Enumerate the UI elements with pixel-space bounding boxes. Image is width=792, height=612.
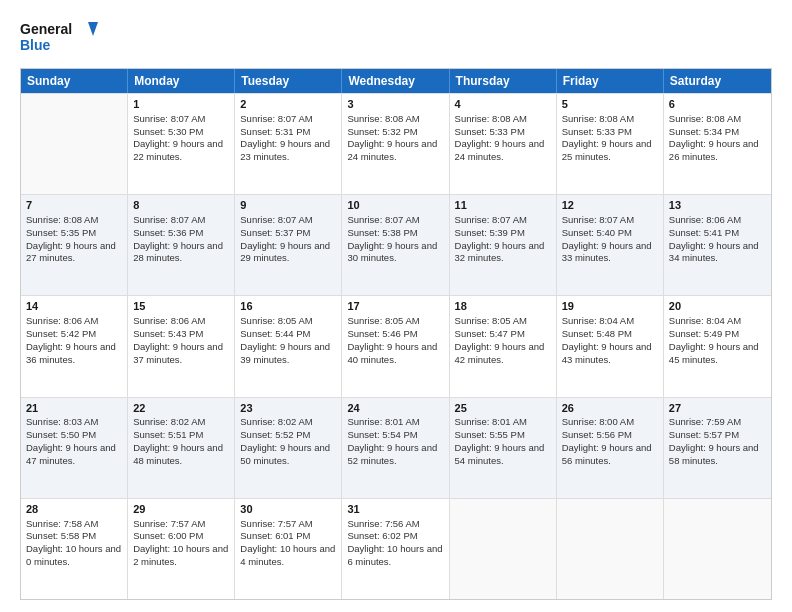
cell-daylight: Daylight: 9 hours and 52 minutes. <box>347 442 437 466</box>
cell-sunrise: Sunrise: 8:04 AM <box>669 315 741 326</box>
cell-sunrise: Sunrise: 7:57 AM <box>133 518 205 529</box>
cell-daylight: Daylight: 9 hours and 33 minutes. <box>562 240 652 264</box>
cell-sunrise: Sunrise: 8:08 AM <box>347 113 419 124</box>
cell-daylight: Daylight: 9 hours and 37 minutes. <box>133 341 223 365</box>
cell-day-number: 5 <box>562 97 658 112</box>
cell-sunrise: Sunrise: 8:02 AM <box>133 416 205 427</box>
cell-day-number: 26 <box>562 401 658 416</box>
calendar-cell-19: 19Sunrise: 8:04 AMSunset: 5:48 PMDayligh… <box>557 296 664 396</box>
cell-sunrise: Sunrise: 8:08 AM <box>455 113 527 124</box>
calendar-cell-26: 26Sunrise: 8:00 AMSunset: 5:56 PMDayligh… <box>557 398 664 498</box>
cell-sunrise: Sunrise: 8:07 AM <box>455 214 527 225</box>
cell-sunrise: Sunrise: 8:08 AM <box>669 113 741 124</box>
header-day-friday: Friday <box>557 69 664 93</box>
cell-sunset: Sunset: 5:41 PM <box>669 227 739 238</box>
svg-marker-2 <box>88 22 98 36</box>
header-day-saturday: Saturday <box>664 69 771 93</box>
calendar-cell-17: 17Sunrise: 8:05 AMSunset: 5:46 PMDayligh… <box>342 296 449 396</box>
header-day-wednesday: Wednesday <box>342 69 449 93</box>
cell-sunset: Sunset: 5:52 PM <box>240 429 310 440</box>
cell-daylight: Daylight: 9 hours and 43 minutes. <box>562 341 652 365</box>
cell-daylight: Daylight: 9 hours and 42 minutes. <box>455 341 545 365</box>
cell-sunset: Sunset: 5:34 PM <box>669 126 739 137</box>
calendar-cell-15: 15Sunrise: 8:06 AMSunset: 5:43 PMDayligh… <box>128 296 235 396</box>
calendar-cell-empty <box>21 94 128 194</box>
cell-day-number: 21 <box>26 401 122 416</box>
cell-day-number: 8 <box>133 198 229 213</box>
cell-daylight: Daylight: 9 hours and 25 minutes. <box>562 138 652 162</box>
cell-daylight: Daylight: 9 hours and 36 minutes. <box>26 341 116 365</box>
cell-sunrise: Sunrise: 8:00 AM <box>562 416 634 427</box>
cell-daylight: Daylight: 10 hours and 4 minutes. <box>240 543 335 567</box>
cell-sunrise: Sunrise: 8:05 AM <box>455 315 527 326</box>
svg-text:General: General <box>20 21 72 37</box>
cell-daylight: Daylight: 9 hours and 40 minutes. <box>347 341 437 365</box>
cell-daylight: Daylight: 10 hours and 6 minutes. <box>347 543 442 567</box>
calendar-cell-28: 28Sunrise: 7:58 AMSunset: 5:58 PMDayligh… <box>21 499 128 599</box>
cell-sunset: Sunset: 5:55 PM <box>455 429 525 440</box>
calendar-cell-4: 4Sunrise: 8:08 AMSunset: 5:33 PMDaylight… <box>450 94 557 194</box>
cell-sunset: Sunset: 5:33 PM <box>455 126 525 137</box>
calendar-cell-31: 31Sunrise: 7:56 AMSunset: 6:02 PMDayligh… <box>342 499 449 599</box>
calendar-cell-2: 2Sunrise: 8:07 AMSunset: 5:31 PMDaylight… <box>235 94 342 194</box>
cell-day-number: 24 <box>347 401 443 416</box>
cell-sunrise: Sunrise: 8:06 AM <box>26 315 98 326</box>
calendar-cell-23: 23Sunrise: 8:02 AMSunset: 5:52 PMDayligh… <box>235 398 342 498</box>
cell-day-number: 29 <box>133 502 229 517</box>
cell-sunrise: Sunrise: 8:01 AM <box>455 416 527 427</box>
cell-day-number: 13 <box>669 198 766 213</box>
calendar-cell-20: 20Sunrise: 8:04 AMSunset: 5:49 PMDayligh… <box>664 296 771 396</box>
cell-sunrise: Sunrise: 7:59 AM <box>669 416 741 427</box>
cell-sunset: Sunset: 5:50 PM <box>26 429 96 440</box>
cell-sunset: Sunset: 5:35 PM <box>26 227 96 238</box>
calendar-week-1: 1Sunrise: 8:07 AMSunset: 5:30 PMDaylight… <box>21 93 771 194</box>
cell-sunrise: Sunrise: 8:07 AM <box>562 214 634 225</box>
cell-daylight: Daylight: 10 hours and 2 minutes. <box>133 543 228 567</box>
cell-sunset: Sunset: 5:44 PM <box>240 328 310 339</box>
cell-sunrise: Sunrise: 8:07 AM <box>133 214 205 225</box>
calendar-header: SundayMondayTuesdayWednesdayThursdayFrid… <box>21 69 771 93</box>
calendar-week-2: 7Sunrise: 8:08 AMSunset: 5:35 PMDaylight… <box>21 194 771 295</box>
cell-day-number: 18 <box>455 299 551 314</box>
cell-sunset: Sunset: 5:36 PM <box>133 227 203 238</box>
cell-sunset: Sunset: 5:43 PM <box>133 328 203 339</box>
calendar-cell-1: 1Sunrise: 8:07 AMSunset: 5:30 PMDaylight… <box>128 94 235 194</box>
cell-day-number: 12 <box>562 198 658 213</box>
calendar-cell-22: 22Sunrise: 8:02 AMSunset: 5:51 PMDayligh… <box>128 398 235 498</box>
cell-sunset: Sunset: 5:46 PM <box>347 328 417 339</box>
logo-svg: General Blue <box>20 16 100 58</box>
cell-daylight: Daylight: 9 hours and 39 minutes. <box>240 341 330 365</box>
cell-daylight: Daylight: 9 hours and 50 minutes. <box>240 442 330 466</box>
cell-sunset: Sunset: 5:56 PM <box>562 429 632 440</box>
cell-sunset: Sunset: 5:47 PM <box>455 328 525 339</box>
header-day-thursday: Thursday <box>450 69 557 93</box>
cell-sunrise: Sunrise: 8:05 AM <box>347 315 419 326</box>
cell-daylight: Daylight: 9 hours and 54 minutes. <box>455 442 545 466</box>
cell-daylight: Daylight: 9 hours and 58 minutes. <box>669 442 759 466</box>
cell-daylight: Daylight: 9 hours and 32 minutes. <box>455 240 545 264</box>
cell-day-number: 23 <box>240 401 336 416</box>
svg-text:Blue: Blue <box>20 37 51 53</box>
cell-sunset: Sunset: 5:32 PM <box>347 126 417 137</box>
cell-sunset: Sunset: 5:31 PM <box>240 126 310 137</box>
cell-sunrise: Sunrise: 8:07 AM <box>347 214 419 225</box>
cell-daylight: Daylight: 9 hours and 22 minutes. <box>133 138 223 162</box>
cell-day-number: 25 <box>455 401 551 416</box>
calendar-cell-8: 8Sunrise: 8:07 AMSunset: 5:36 PMDaylight… <box>128 195 235 295</box>
calendar-week-5: 28Sunrise: 7:58 AMSunset: 5:58 PMDayligh… <box>21 498 771 599</box>
calendar-cell-25: 25Sunrise: 8:01 AMSunset: 5:55 PMDayligh… <box>450 398 557 498</box>
calendar-cell-18: 18Sunrise: 8:05 AMSunset: 5:47 PMDayligh… <box>450 296 557 396</box>
calendar-cell-10: 10Sunrise: 8:07 AMSunset: 5:38 PMDayligh… <box>342 195 449 295</box>
header-day-sunday: Sunday <box>21 69 128 93</box>
cell-sunrise: Sunrise: 8:08 AM <box>562 113 634 124</box>
calendar-cell-13: 13Sunrise: 8:06 AMSunset: 5:41 PMDayligh… <box>664 195 771 295</box>
cell-sunrise: Sunrise: 8:02 AM <box>240 416 312 427</box>
cell-sunrise: Sunrise: 8:04 AM <box>562 315 634 326</box>
cell-sunrise: Sunrise: 8:06 AM <box>669 214 741 225</box>
cell-day-number: 28 <box>26 502 122 517</box>
cell-daylight: Daylight: 9 hours and 30 minutes. <box>347 240 437 264</box>
calendar-cell-6: 6Sunrise: 8:08 AMSunset: 5:34 PMDaylight… <box>664 94 771 194</box>
cell-sunset: Sunset: 6:02 PM <box>347 530 417 541</box>
cell-sunset: Sunset: 5:39 PM <box>455 227 525 238</box>
cell-daylight: Daylight: 9 hours and 45 minutes. <box>669 341 759 365</box>
